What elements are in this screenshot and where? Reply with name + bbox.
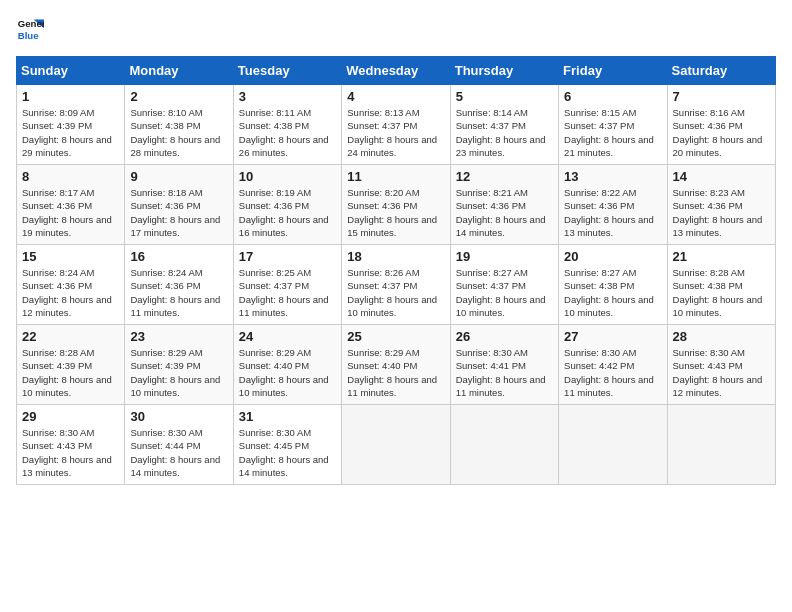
day-detail: Sunrise: 8:25 AMSunset: 4:37 PMDaylight:… [239, 267, 329, 318]
calendar-cell: 22 Sunrise: 8:28 AMSunset: 4:39 PMDaylig… [17, 325, 125, 405]
weekday-header-thursday: Thursday [450, 57, 558, 85]
calendar-cell: 20 Sunrise: 8:27 AMSunset: 4:38 PMDaylig… [559, 245, 667, 325]
day-number: 1 [22, 89, 119, 104]
calendar-cell: 11 Sunrise: 8:20 AMSunset: 4:36 PMDaylig… [342, 165, 450, 245]
svg-text:Blue: Blue [18, 30, 39, 41]
day-number: 17 [239, 249, 336, 264]
day-number: 9 [130, 169, 227, 184]
day-number: 11 [347, 169, 444, 184]
calendar-week-row: 8 Sunrise: 8:17 AMSunset: 4:36 PMDayligh… [17, 165, 776, 245]
calendar-cell: 13 Sunrise: 8:22 AMSunset: 4:36 PMDaylig… [559, 165, 667, 245]
day-detail: Sunrise: 8:29 AMSunset: 4:39 PMDaylight:… [130, 347, 220, 398]
calendar-cell: 23 Sunrise: 8:29 AMSunset: 4:39 PMDaylig… [125, 325, 233, 405]
day-number: 2 [130, 89, 227, 104]
calendar-cell: 21 Sunrise: 8:28 AMSunset: 4:38 PMDaylig… [667, 245, 775, 325]
day-detail: Sunrise: 8:30 AMSunset: 4:43 PMDaylight:… [673, 347, 763, 398]
day-detail: Sunrise: 8:09 AMSunset: 4:39 PMDaylight:… [22, 107, 112, 158]
day-number: 3 [239, 89, 336, 104]
calendar-cell: 19 Sunrise: 8:27 AMSunset: 4:37 PMDaylig… [450, 245, 558, 325]
day-detail: Sunrise: 8:29 AMSunset: 4:40 PMDaylight:… [347, 347, 437, 398]
calendar-cell: 17 Sunrise: 8:25 AMSunset: 4:37 PMDaylig… [233, 245, 341, 325]
day-number: 24 [239, 329, 336, 344]
day-number: 15 [22, 249, 119, 264]
calendar-cell [450, 405, 558, 485]
svg-text:General: General [18, 18, 44, 29]
day-detail: Sunrise: 8:30 AMSunset: 4:44 PMDaylight:… [130, 427, 220, 478]
day-number: 5 [456, 89, 553, 104]
calendar-cell: 25 Sunrise: 8:29 AMSunset: 4:40 PMDaylig… [342, 325, 450, 405]
day-detail: Sunrise: 8:10 AMSunset: 4:38 PMDaylight:… [130, 107, 220, 158]
day-detail: Sunrise: 8:27 AMSunset: 4:38 PMDaylight:… [564, 267, 654, 318]
day-number: 19 [456, 249, 553, 264]
calendar-cell: 9 Sunrise: 8:18 AMSunset: 4:36 PMDayligh… [125, 165, 233, 245]
day-detail: Sunrise: 8:30 AMSunset: 4:43 PMDaylight:… [22, 427, 112, 478]
page-header: General Blue [16, 16, 776, 44]
day-number: 22 [22, 329, 119, 344]
calendar-cell: 4 Sunrise: 8:13 AMSunset: 4:37 PMDayligh… [342, 85, 450, 165]
day-detail: Sunrise: 8:22 AMSunset: 4:36 PMDaylight:… [564, 187, 654, 238]
day-detail: Sunrise: 8:15 AMSunset: 4:37 PMDaylight:… [564, 107, 654, 158]
calendar-cell: 5 Sunrise: 8:14 AMSunset: 4:37 PMDayligh… [450, 85, 558, 165]
day-detail: Sunrise: 8:30 AMSunset: 4:42 PMDaylight:… [564, 347, 654, 398]
day-number: 28 [673, 329, 770, 344]
day-number: 6 [564, 89, 661, 104]
day-number: 14 [673, 169, 770, 184]
day-number: 31 [239, 409, 336, 424]
day-detail: Sunrise: 8:16 AMSunset: 4:36 PMDaylight:… [673, 107, 763, 158]
calendar-cell [667, 405, 775, 485]
calendar-cell: 24 Sunrise: 8:29 AMSunset: 4:40 PMDaylig… [233, 325, 341, 405]
day-number: 29 [22, 409, 119, 424]
day-detail: Sunrise: 8:21 AMSunset: 4:36 PMDaylight:… [456, 187, 546, 238]
calendar-cell: 30 Sunrise: 8:30 AMSunset: 4:44 PMDaylig… [125, 405, 233, 485]
calendar-cell: 16 Sunrise: 8:24 AMSunset: 4:36 PMDaylig… [125, 245, 233, 325]
weekday-header-monday: Monday [125, 57, 233, 85]
calendar-cell: 18 Sunrise: 8:26 AMSunset: 4:37 PMDaylig… [342, 245, 450, 325]
day-detail: Sunrise: 8:26 AMSunset: 4:37 PMDaylight:… [347, 267, 437, 318]
calendar-week-row: 29 Sunrise: 8:30 AMSunset: 4:43 PMDaylig… [17, 405, 776, 485]
calendar-cell [559, 405, 667, 485]
calendar-cell: 28 Sunrise: 8:30 AMSunset: 4:43 PMDaylig… [667, 325, 775, 405]
day-number: 20 [564, 249, 661, 264]
day-detail: Sunrise: 8:30 AMSunset: 4:41 PMDaylight:… [456, 347, 546, 398]
calendar-cell: 26 Sunrise: 8:30 AMSunset: 4:41 PMDaylig… [450, 325, 558, 405]
day-number: 21 [673, 249, 770, 264]
day-number: 16 [130, 249, 227, 264]
day-number: 26 [456, 329, 553, 344]
day-detail: Sunrise: 8:28 AMSunset: 4:38 PMDaylight:… [673, 267, 763, 318]
day-detail: Sunrise: 8:19 AMSunset: 4:36 PMDaylight:… [239, 187, 329, 238]
calendar-cell: 27 Sunrise: 8:30 AMSunset: 4:42 PMDaylig… [559, 325, 667, 405]
day-detail: Sunrise: 8:29 AMSunset: 4:40 PMDaylight:… [239, 347, 329, 398]
day-detail: Sunrise: 8:24 AMSunset: 4:36 PMDaylight:… [22, 267, 112, 318]
day-detail: Sunrise: 8:20 AMSunset: 4:36 PMDaylight:… [347, 187, 437, 238]
day-detail: Sunrise: 8:24 AMSunset: 4:36 PMDaylight:… [130, 267, 220, 318]
day-number: 18 [347, 249, 444, 264]
calendar-table: SundayMondayTuesdayWednesdayThursdayFrid… [16, 56, 776, 485]
calendar-cell: 6 Sunrise: 8:15 AMSunset: 4:37 PMDayligh… [559, 85, 667, 165]
day-detail: Sunrise: 8:18 AMSunset: 4:36 PMDaylight:… [130, 187, 220, 238]
day-detail: Sunrise: 8:23 AMSunset: 4:36 PMDaylight:… [673, 187, 763, 238]
calendar-week-row: 15 Sunrise: 8:24 AMSunset: 4:36 PMDaylig… [17, 245, 776, 325]
day-detail: Sunrise: 8:11 AMSunset: 4:38 PMDaylight:… [239, 107, 329, 158]
day-number: 10 [239, 169, 336, 184]
day-detail: Sunrise: 8:14 AMSunset: 4:37 PMDaylight:… [456, 107, 546, 158]
logo-icon: General Blue [16, 16, 44, 44]
day-detail: Sunrise: 8:28 AMSunset: 4:39 PMDaylight:… [22, 347, 112, 398]
calendar-cell: 7 Sunrise: 8:16 AMSunset: 4:36 PMDayligh… [667, 85, 775, 165]
day-detail: Sunrise: 8:17 AMSunset: 4:36 PMDaylight:… [22, 187, 112, 238]
calendar-cell: 31 Sunrise: 8:30 AMSunset: 4:45 PMDaylig… [233, 405, 341, 485]
weekday-header-row: SundayMondayTuesdayWednesdayThursdayFrid… [17, 57, 776, 85]
day-number: 23 [130, 329, 227, 344]
weekday-header-friday: Friday [559, 57, 667, 85]
calendar-cell: 8 Sunrise: 8:17 AMSunset: 4:36 PMDayligh… [17, 165, 125, 245]
day-number: 4 [347, 89, 444, 104]
weekday-header-tuesday: Tuesday [233, 57, 341, 85]
weekday-header-wednesday: Wednesday [342, 57, 450, 85]
calendar-cell: 2 Sunrise: 8:10 AMSunset: 4:38 PMDayligh… [125, 85, 233, 165]
day-number: 30 [130, 409, 227, 424]
day-detail: Sunrise: 8:13 AMSunset: 4:37 PMDaylight:… [347, 107, 437, 158]
calendar-body: 1 Sunrise: 8:09 AMSunset: 4:39 PMDayligh… [17, 85, 776, 485]
day-number: 8 [22, 169, 119, 184]
calendar-cell: 15 Sunrise: 8:24 AMSunset: 4:36 PMDaylig… [17, 245, 125, 325]
day-number: 27 [564, 329, 661, 344]
weekday-header-saturday: Saturday [667, 57, 775, 85]
